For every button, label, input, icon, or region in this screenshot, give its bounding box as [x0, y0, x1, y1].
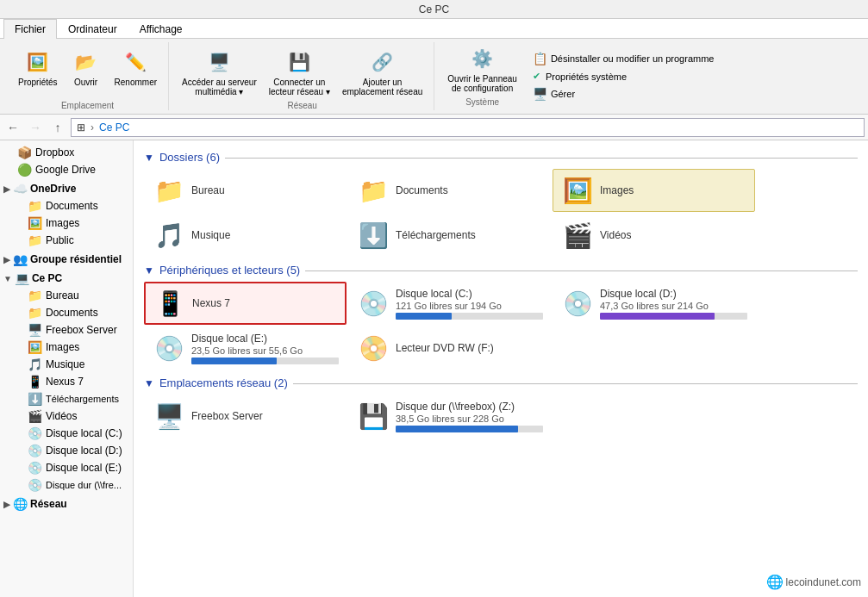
- sidebar-item-nexus7[interactable]: 📱 Nexus 7: [0, 373, 133, 390]
- multimedia-server-button[interactable]: 🖥️ Accéder au serveur multimédia ▾: [178, 46, 261, 99]
- sidebar-item-onedrive-images[interactable]: 🖼️ Images: [0, 215, 133, 232]
- disk-e-progress-fill: [191, 358, 277, 364]
- sidebar-item-disque-c[interactable]: 💿 Disque local (C:): [0, 425, 133, 442]
- network-freebox-server[interactable]: 🖥️ Freebox Server: [144, 395, 347, 438]
- dossiers-line: [225, 158, 858, 159]
- disk-e-content-icon: 💿: [152, 334, 186, 363]
- content-area: ▼ Dossiers (6) 📁 Bureau 📁 Documents 🖼️ I: [134, 140, 868, 597]
- disk-d[interactable]: 💿 Disque local (D:) 47,3 Go libres sur 2…: [553, 282, 755, 325]
- ribbon-group-systeme-label: Système: [465, 97, 499, 107]
- control-panel-icon: ⚙️: [469, 45, 496, 72]
- disk-e-icon: 💿: [28, 461, 42, 475]
- system-properties-button[interactable]: ✔ Propriétés système: [528, 69, 719, 84]
- watermark-globe-icon: 🌐: [766, 574, 784, 590]
- sidebar-item-disque-d[interactable]: 💿 Disque local (D:): [0, 442, 133, 459]
- uninstall-button[interactable]: 📋 Désinstaller ou modifier un programme: [528, 50, 719, 67]
- sidebar-item-disque-e[interactable]: 💿 Disque local (E:): [0, 459, 133, 476]
- sidebar-item-google-drive[interactable]: 🟢 Google Drive: [0, 161, 133, 178]
- disk-freebox-z[interactable]: 💾 Disque dur (\\freebox) (Z:) 38,5 Go li…: [348, 395, 551, 438]
- sidebar-item-videos[interactable]: 🎬 Vidéos: [0, 407, 133, 425]
- ribbon-group-emplacement-label: Emplacement: [61, 101, 114, 110]
- ribbon-content: 🖼️ Propriétés 📂 Ouvrir ✏️ Renommer Empla…: [0, 39, 868, 114]
- ribbon-tabs: Fichier Ordinateur Affichage: [0, 19, 868, 39]
- disk-e[interactable]: 💿 Disque local (E:) 23,5 Go libres sur 5…: [144, 326, 347, 370]
- ribbon-group-reseau-label: Réseau: [287, 101, 316, 110]
- emplacements-arrow-icon: ▼: [144, 377, 154, 389]
- checkmark-icon: ✔: [533, 71, 540, 82]
- back-button[interactable]: ←: [3, 118, 22, 137]
- folder-bureau-icon: 📁: [152, 177, 186, 205]
- watermark-text: lecoindunet.com: [786, 576, 861, 588]
- folder-documents[interactable]: 📁 Documents: [348, 169, 551, 212]
- sidebar-item-telechargements[interactable]: ⬇️ Téléchargements: [0, 390, 133, 407]
- sidebar-item-musique[interactable]: 🎵 Musique: [0, 356, 133, 373]
- cepc-expand-icon: ▼: [3, 274, 12, 283]
- add-location-button[interactable]: 🔗 Ajouter un emplacement réseau: [338, 46, 427, 99]
- nexus7-icon: 📱: [28, 375, 42, 389]
- disk-c[interactable]: 💿 Disque local (C:) 121 Go libres sur 19…: [348, 282, 551, 325]
- disk-freebox-z-progress-fill: [396, 426, 518, 432]
- ribbon-group-reseau: 🖥️ Accéder au serveur multimédia ▾ 💾 Con…: [171, 42, 434, 110]
- rename-button[interactable]: ✏️ Renommer: [110, 46, 161, 90]
- sidebar-item-images[interactable]: 🖼️ Images: [0, 339, 133, 356]
- sidebar-item-bureau[interactable]: 📁 Bureau: [0, 287, 133, 304]
- sidebar-item-freebox-server[interactable]: 🖥️ Freebox Server: [0, 321, 133, 339]
- section-emplacements-title: Emplacements réseau (2): [159, 376, 288, 389]
- folder-videos[interactable]: 🎬 Vidéos: [553, 214, 755, 257]
- tab-fichier[interactable]: Fichier: [3, 19, 57, 39]
- onedrive-icon: ☁️: [13, 182, 28, 196]
- peripheriques-arrow-icon: ▼: [144, 264, 154, 277]
- watermark: 🌐 lecoindunet.com: [766, 574, 861, 590]
- manage-button[interactable]: 🖥️ Gérer: [528, 85, 719, 103]
- disk-freebox-z-progress: [396, 426, 543, 432]
- folder-musique[interactable]: 🎵 Musique: [144, 214, 347, 257]
- sidebar-item-onedrive-public[interactable]: 📁 Public: [0, 232, 133, 249]
- properties-button[interactable]: 🖼️ Propriétés: [14, 46, 62, 90]
- ribbon-group-emplacement: 🖼️ Propriétés 📂 Ouvrir ✏️ Renommer Empla…: [7, 42, 169, 110]
- address-bar: ← → ↑ ⊞ › Ce PC: [0, 115, 868, 140]
- peripheriques-grid: 📱 Nexus 7 💿 Disque local (C:) 121 Go lib…: [144, 282, 858, 370]
- tab-affichage[interactable]: Affichage: [128, 19, 194, 39]
- dropbox-icon: 📦: [17, 146, 32, 159]
- sidebar-section-onedrive[interactable]: ▶ ☁️ OneDrive: [0, 178, 133, 197]
- sidebar-item-documents[interactable]: 📁 Documents: [0, 304, 133, 321]
- emplacements-grid: 🖥️ Freebox Server 💾 Disque dur (\\freebo…: [144, 395, 858, 438]
- sidebar-item-disque-freebox[interactable]: 💿 Disque dur (\\fre...: [0, 476, 133, 494]
- folder-musique-icon: 🎵: [152, 221, 186, 250]
- sidebar-section-cepc[interactable]: ▼ 💻 Ce PC: [0, 268, 133, 287]
- forward-button[interactable]: →: [26, 118, 45, 137]
- up-button[interactable]: ↑: [48, 118, 67, 137]
- folder-telechargements[interactable]: ⬇️ Téléchargements: [348, 214, 551, 257]
- tab-ordinateur[interactable]: Ordinateur: [57, 19, 128, 39]
- disk-e-progress: [191, 358, 339, 364]
- section-peripheriques-header: ▼ Périphériques et lecteurs (5): [144, 264, 858, 277]
- sidebar-item-dropbox[interactable]: 📦 Dropbox: [0, 144, 133, 161]
- google-drive-icon: 🟢: [17, 163, 32, 177]
- folder-bureau[interactable]: 📁 Bureau: [144, 169, 347, 212]
- rename-icon: ✏️: [122, 48, 149, 76]
- address-path[interactable]: ⊞ › Ce PC: [71, 118, 865, 137]
- cepc-icon: 💻: [15, 271, 29, 285]
- disk-d-detail: 47,3 Go libres sur 214 Go: [600, 301, 747, 311]
- device-nexus7[interactable]: 📱 Nexus 7: [144, 282, 347, 325]
- folder-images[interactable]: 🖼️ Images: [553, 169, 755, 212]
- videos-icon: 🎬: [28, 409, 42, 423]
- sidebar-item-onedrive-documents[interactable]: 📁 Documents: [0, 197, 133, 215]
- folder-icon: 📁: [28, 199, 42, 213]
- section-dossiers-title: Dossiers (6): [159, 151, 220, 164]
- open-button[interactable]: 📂 Ouvrir: [66, 46, 107, 90]
- connect-drive-button[interactable]: 💾 Connecter un lecteur réseau ▾: [265, 46, 334, 99]
- dvd-drive[interactable]: 📀 Lecteur DVD RW (F:): [348, 326, 551, 370]
- dossiers-arrow-icon: ▼: [144, 152, 154, 164]
- dvd-icon: 📀: [356, 334, 390, 363]
- section-emplacements-header: ▼ Emplacements réseau (2): [144, 376, 858, 389]
- emplacements-line: [293, 383, 858, 384]
- sidebar-section-reseau[interactable]: ▶ 🌐 Réseau: [0, 494, 133, 513]
- folder-documents-name: Documents: [396, 184, 543, 196]
- breadcrumb-cepc[interactable]: Ce PC: [99, 121, 129, 134]
- freebox-server-icon: 🖥️: [28, 323, 42, 337]
- sidebar-section-groupe-residentiel[interactable]: ▶ 👥 Groupe résidentiel: [0, 249, 133, 268]
- ribbon-group-emplacement-buttons: 🖼️ Propriétés 📂 Ouvrir ✏️ Renommer: [14, 42, 161, 99]
- folder-videos-name: Vidéos: [600, 229, 747, 241]
- control-panel-button[interactable]: ⚙️ Ouvrir le Panneau de configuration: [443, 42, 521, 96]
